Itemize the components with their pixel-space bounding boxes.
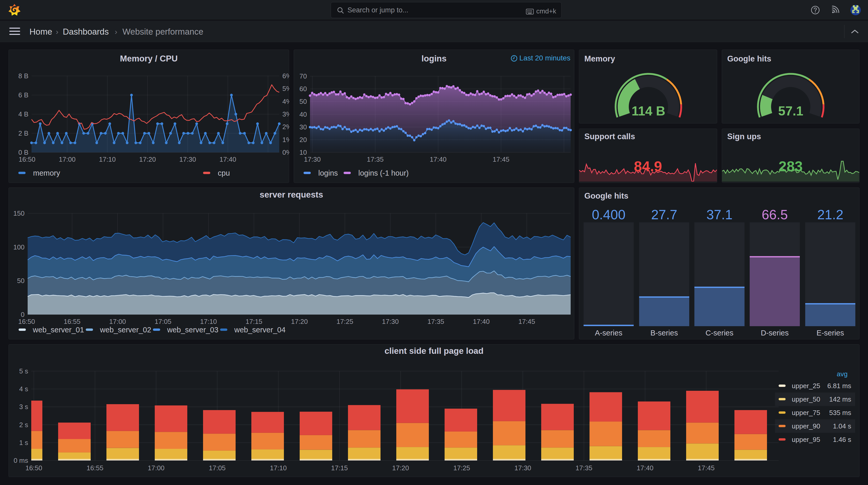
svg-text:17:30: 17:30 xyxy=(514,464,531,472)
svg-text:6 B: 6 B xyxy=(18,91,28,99)
svg-text:17:25: 17:25 xyxy=(336,318,353,325)
svg-text:17:40: 17:40 xyxy=(473,318,490,325)
svg-text:2 s: 2 s xyxy=(19,421,28,429)
svg-text:16:50: 16:50 xyxy=(25,464,42,472)
svg-text:B-series: B-series xyxy=(650,329,678,337)
svg-text:web_server_03: web_server_03 xyxy=(167,326,218,334)
svg-text:17:45: 17:45 xyxy=(518,318,535,325)
svg-text:535 ms: 535 ms xyxy=(829,409,851,417)
svg-text:17:10: 17:10 xyxy=(270,464,287,472)
svg-text:4%: 4% xyxy=(282,98,289,105)
svg-text:17:05: 17:05 xyxy=(154,318,171,325)
svg-text:10: 10 xyxy=(300,149,307,156)
svg-text:142 ms: 142 ms xyxy=(829,395,851,403)
svg-text:0%: 0% xyxy=(282,149,289,156)
svg-text:16:50: 16:50 xyxy=(18,318,35,325)
svg-text:17:45: 17:45 xyxy=(493,156,509,163)
svg-text:60: 60 xyxy=(300,85,307,93)
svg-text:2%: 2% xyxy=(282,123,289,131)
svg-text:70: 70 xyxy=(300,72,307,80)
svg-text:40: 40 xyxy=(300,110,307,118)
svg-text:17:30: 17:30 xyxy=(179,156,196,163)
svg-text:17:25: 17:25 xyxy=(454,464,470,472)
svg-text:web_server_01: web_server_01 xyxy=(33,326,84,334)
svg-text:upper_90: upper_90 xyxy=(792,422,820,430)
svg-text:6%: 6% xyxy=(282,72,289,80)
svg-text:114 B: 114 B xyxy=(632,104,665,118)
svg-text:21.2: 21.2 xyxy=(817,207,843,222)
svg-text:17:15: 17:15 xyxy=(245,318,262,325)
svg-text:17:40: 17:40 xyxy=(219,156,236,163)
svg-text:50: 50 xyxy=(17,277,25,285)
svg-text:logins: logins xyxy=(318,169,338,177)
svg-text:66.5: 66.5 xyxy=(762,207,788,222)
svg-text:17:20: 17:20 xyxy=(291,318,308,325)
svg-text:5%: 5% xyxy=(282,85,289,93)
svg-text:upper_75: upper_75 xyxy=(792,409,820,417)
svg-text:3%: 3% xyxy=(282,110,289,118)
svg-text:17:35: 17:35 xyxy=(427,318,444,325)
svg-text:17:00: 17:00 xyxy=(59,156,75,163)
svg-text:1.46 s: 1.46 s xyxy=(833,436,851,444)
svg-text:0: 0 xyxy=(21,311,25,318)
svg-text:17:10: 17:10 xyxy=(200,318,217,325)
svg-text:2 B: 2 B xyxy=(18,129,28,137)
svg-text:100: 100 xyxy=(13,243,25,251)
svg-text:1%: 1% xyxy=(282,136,289,143)
svg-text:17:15: 17:15 xyxy=(331,464,348,472)
svg-text:17:20: 17:20 xyxy=(139,156,156,163)
svg-text:upper_25: upper_25 xyxy=(792,382,820,390)
svg-text:16:50: 16:50 xyxy=(19,156,35,163)
svg-text:30: 30 xyxy=(300,123,307,131)
svg-text:8 B: 8 B xyxy=(18,72,28,80)
svg-text:web_server_02: web_server_02 xyxy=(100,326,151,334)
svg-text:57.1: 57.1 xyxy=(778,104,803,118)
svg-text:upper_50: upper_50 xyxy=(792,395,820,403)
svg-text:D-series: D-series xyxy=(761,329,789,337)
svg-text:0.400: 0.400 xyxy=(592,207,625,222)
svg-text:17:05: 17:05 xyxy=(209,464,225,472)
svg-text:20: 20 xyxy=(300,136,307,143)
svg-text:27.7: 27.7 xyxy=(651,207,677,222)
svg-text:17:20: 17:20 xyxy=(392,464,409,472)
svg-text:E-series: E-series xyxy=(816,329,844,337)
svg-text:17:40: 17:40 xyxy=(430,156,446,163)
svg-text:web_server_04: web_server_04 xyxy=(234,326,285,334)
svg-text:C-series: C-series xyxy=(706,329,734,337)
svg-text:1.04 s: 1.04 s xyxy=(833,422,851,430)
svg-text:16:55: 16:55 xyxy=(64,318,80,325)
svg-text:16:55: 16:55 xyxy=(87,464,103,472)
svg-text:4 B: 4 B xyxy=(18,110,28,118)
svg-text:cpu: cpu xyxy=(218,169,230,177)
svg-text:upper_95: upper_95 xyxy=(792,436,820,444)
svg-text:avg: avg xyxy=(837,370,847,378)
svg-text:17:45: 17:45 xyxy=(698,464,715,472)
svg-text:17:00: 17:00 xyxy=(148,464,164,472)
svg-text:0 B: 0 B xyxy=(18,149,28,156)
svg-text:17:10: 17:10 xyxy=(99,156,116,163)
svg-text:17:00: 17:00 xyxy=(109,318,126,325)
svg-text:17:35: 17:35 xyxy=(367,156,383,163)
svg-text:0 ms: 0 ms xyxy=(14,457,28,464)
svg-text:logins (-1 hour): logins (-1 hour) xyxy=(358,169,409,177)
svg-text:17:30: 17:30 xyxy=(304,156,320,163)
svg-text:150: 150 xyxy=(13,209,25,217)
svg-text:17:30: 17:30 xyxy=(382,318,399,325)
svg-text:1 s: 1 s xyxy=(19,439,28,447)
svg-text:3 s: 3 s xyxy=(19,403,28,411)
svg-text:17:40: 17:40 xyxy=(637,464,653,472)
svg-text:4 s: 4 s xyxy=(19,385,28,393)
svg-text:17:35: 17:35 xyxy=(576,464,592,472)
svg-text:memory: memory xyxy=(33,169,60,177)
svg-text:5 s: 5 s xyxy=(19,367,28,375)
svg-text:50: 50 xyxy=(300,98,307,105)
svg-text:37.1: 37.1 xyxy=(706,207,733,222)
svg-text:A-series: A-series xyxy=(595,329,622,337)
svg-text:6.81 ms: 6.81 ms xyxy=(828,382,851,390)
